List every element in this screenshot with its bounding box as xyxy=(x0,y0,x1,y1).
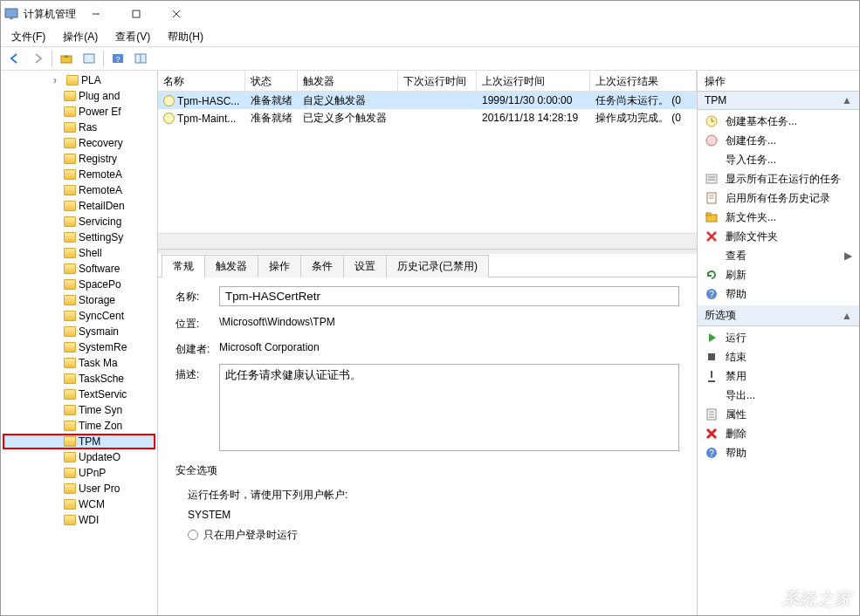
action-禁用[interactable]: 禁用 xyxy=(698,366,859,386)
col-next[interactable]: 下次运行时间 xyxy=(398,71,477,91)
tree-item-spacepo[interactable]: SpacePo xyxy=(3,277,155,292)
location-value: \Microsoft\Windows\TPM xyxy=(219,313,679,331)
tree-item-shell[interactable]: Shell xyxy=(3,245,155,261)
col-result[interactable]: 上次运行结果 xyxy=(590,71,697,91)
tree-item-storage[interactable]: Storage xyxy=(3,292,155,308)
action-导出[interactable]: 导出... xyxy=(698,386,859,405)
horizontal-scrollbar[interactable] xyxy=(158,233,697,249)
actions-section-tpm[interactable]: TPM▲ xyxy=(698,92,859,110)
name-field[interactable] xyxy=(219,286,679,306)
tab-conditions[interactable]: 条件 xyxy=(300,255,344,277)
tree-item-recovery[interactable]: Recovery xyxy=(3,135,155,151)
forward-button[interactable] xyxy=(27,49,48,68)
close-button[interactable] xyxy=(156,1,196,27)
tree-item-updateo[interactable]: UpdateO xyxy=(3,449,155,465)
tree-item-time syn[interactable]: Time Syn xyxy=(3,402,155,418)
task-list-header: 名称 状态 触发器 下次运行时间 上次运行时间 上次运行结果 xyxy=(158,71,697,92)
tree-item-user pro[interactable]: User Pro xyxy=(3,481,155,496)
action-运行[interactable]: 运行 xyxy=(698,328,859,347)
tree-item-upnp[interactable]: UPnP xyxy=(3,465,155,481)
svg-rect-1 xyxy=(10,17,13,19)
tree-item-tpm[interactable]: TPM xyxy=(3,434,155,449)
action-显示所有正在运行的任务[interactable]: 显示所有正在运行的任务 xyxy=(698,169,859,188)
action-新文件夹[interactable]: 新文件夹... xyxy=(698,208,859,227)
menu-action[interactable]: 操作(A) xyxy=(56,28,105,46)
action-帮助[interactable]: ?帮助 xyxy=(698,284,859,304)
detail-pane: 常规 触发器 操作 条件 设置 历史记录(已禁用) 名称: 位置: \Micro… xyxy=(158,250,697,615)
tree-item-textservic[interactable]: TextServic xyxy=(3,387,155,402)
tree-item-wdi[interactable]: WDI xyxy=(3,512,155,528)
col-name[interactable]: 名称 xyxy=(158,71,245,91)
tab-actions[interactable]: 操作 xyxy=(258,255,301,277)
tree-item-systemre[interactable]: SystemRe xyxy=(3,339,155,355)
action-结束[interactable]: 结束 xyxy=(698,347,859,366)
tree-item-power ef[interactable]: Power Ef xyxy=(3,104,155,120)
tree-item-settingsy[interactable]: SettingSy xyxy=(3,229,155,245)
action-创建基本任务[interactable]: 创建基本任务... xyxy=(698,112,859,131)
col-trigger[interactable]: 触发器 xyxy=(298,71,398,91)
console-button[interactable] xyxy=(79,49,100,68)
task-row[interactable]: Tpm-Maint...准备就绪已定义多个触发器2016/11/18 14:28… xyxy=(158,109,697,127)
tree-item-remotea[interactable]: RemoteA xyxy=(3,182,155,198)
tree-item-servicing[interactable]: Servicing xyxy=(3,214,155,229)
action-创建任务[interactable]: 创建任务... xyxy=(698,131,859,150)
folder-icon xyxy=(64,122,76,133)
up-button[interactable] xyxy=(56,49,77,68)
tree-item-tasksche[interactable]: TaskSche xyxy=(3,371,155,387)
action-属性[interactable]: 属性 xyxy=(698,405,859,424)
action-启用所有任务历史记录[interactable]: 启用所有任务历史记录 xyxy=(698,188,859,208)
tree-item-software[interactable]: Software xyxy=(3,261,155,277)
actions-section-selected[interactable]: 所选项▲ xyxy=(698,305,859,326)
main-area: PLAPlug andPower EfRasRecoveryRegistryRe… xyxy=(1,71,859,615)
action-删除[interactable]: 删除 xyxy=(698,424,859,443)
tree-item-retailden[interactable]: RetailDen xyxy=(3,198,155,214)
task-basic-icon xyxy=(705,114,719,128)
menu-help[interactable]: 帮助(H) xyxy=(161,28,210,46)
action-查看[interactable]: 查看▶ xyxy=(698,246,859,265)
menu-view[interactable]: 查看(V) xyxy=(108,28,157,46)
tab-triggers[interactable]: 触发器 xyxy=(204,255,258,277)
help-toolbar-button[interactable]: ? xyxy=(107,49,128,68)
tab-general[interactable]: 常规 xyxy=(162,255,205,277)
titlebar: 计算机管理 xyxy=(1,1,859,27)
task-row[interactable]: Tpm-HASC...准备就绪自定义触发器1999/11/30 0:00:00任… xyxy=(158,92,697,109)
action-导入任务[interactable]: 导入任务... xyxy=(698,150,859,169)
folder-icon xyxy=(64,201,76,211)
tree-item-registry[interactable]: Registry xyxy=(3,151,155,167)
tree-item-pla[interactable]: PLA xyxy=(3,72,155,88)
radio-logged-on[interactable] xyxy=(188,530,198,540)
desc-field[interactable] xyxy=(219,364,679,451)
tree-item-time zon[interactable]: Time Zon xyxy=(3,418,155,434)
clock-icon xyxy=(163,95,175,106)
svg-rect-23 xyxy=(706,213,711,216)
blank-icon xyxy=(705,388,719,402)
svg-rect-28 xyxy=(708,353,715,360)
col-last[interactable]: 上次运行时间 xyxy=(477,71,590,91)
tree-item-synccent[interactable]: SyncCent xyxy=(3,308,155,324)
tree-item-remotea[interactable]: RemoteA xyxy=(3,167,155,182)
col-status[interactable]: 状态 xyxy=(245,71,298,91)
tree-item-ras[interactable]: Ras xyxy=(3,120,155,135)
back-button[interactable] xyxy=(4,49,25,68)
panel-button[interactable] xyxy=(130,49,151,68)
minimize-button[interactable] xyxy=(76,1,116,27)
tree-item-plug and[interactable]: Plug and xyxy=(3,88,155,104)
tab-settings[interactable]: 设置 xyxy=(343,255,387,277)
refresh-icon xyxy=(705,268,719,282)
folder-icon xyxy=(64,138,76,148)
tree-item-task ma[interactable]: Task Ma xyxy=(3,355,155,371)
folder-icon xyxy=(64,405,76,415)
task-rows[interactable]: Tpm-HASC...准备就绪自定义触发器1999/11/30 0:00:00任… xyxy=(158,92,697,233)
maximize-button[interactable] xyxy=(116,1,156,27)
tab-history[interactable]: 历史记录(已禁用) xyxy=(386,255,489,277)
action-帮助[interactable]: ?帮助 xyxy=(698,443,859,462)
tree-item-wcm[interactable]: WCM xyxy=(3,496,155,512)
menu-file[interactable]: 文件(F) xyxy=(4,28,52,46)
action-删除文件夹[interactable]: 删除文件夹 xyxy=(698,227,859,246)
tree-item-sysmain[interactable]: Sysmain xyxy=(3,324,155,339)
action-刷新[interactable]: 刷新 xyxy=(698,265,859,284)
svg-text:?: ? xyxy=(709,448,714,458)
caret-up-icon: ▲ xyxy=(842,310,852,322)
tree-pane[interactable]: PLAPlug andPower EfRasRecoveryRegistryRe… xyxy=(1,71,158,615)
folder-icon xyxy=(64,264,76,274)
